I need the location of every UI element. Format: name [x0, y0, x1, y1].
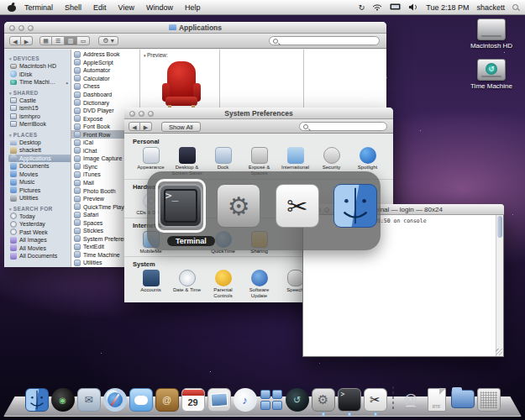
menu-user[interactable]: shackett	[476, 3, 505, 12]
back-button[interactable]: ◀	[9, 36, 21, 45]
pref-pane[interactable]: Parental Controls	[205, 270, 241, 299]
sidebar-item[interactable]: Applications▴	[8, 155, 71, 163]
scrollbar-thumb[interactable]	[497, 216, 502, 238]
column-view-button[interactable]: ▥	[65, 36, 77, 45]
sidebar-item[interactable]: Desktop▴	[8, 139, 71, 147]
display-icon	[10, 121, 17, 127]
volume-icon[interactable]	[408, 3, 418, 11]
switcher-app-grab[interactable]: ✂	[272, 179, 322, 233]
menu-item[interactable]: Window	[146, 3, 173, 12]
sidebar-item[interactable]: iDisk▴	[8, 71, 71, 79]
list-item[interactable]: Address Book	[71, 50, 139, 59]
dock-safari-icon[interactable]	[103, 388, 127, 412]
application-icon	[74, 196, 81, 202]
sidebar-item[interactable]: Today▴	[8, 213, 71, 221]
zoom-button[interactable]	[148, 111, 154, 117]
dock-time-machine-icon[interactable]: ↺	[286, 388, 309, 412]
sidebar-item[interactable]: ismh15▴	[8, 104, 71, 113]
sidebar-item[interactable]: ismhpro▴	[8, 113, 71, 121]
list-item[interactable]: Chess	[71, 82, 139, 91]
dock-trash-icon[interactable]	[477, 388, 501, 412]
appfolder-icon	[10, 155, 17, 161]
dock-ical-icon[interactable]: 29	[181, 388, 205, 412]
airport-icon[interactable]	[372, 3, 382, 11]
sidebar-item[interactable]: Documents▴	[8, 162, 71, 171]
dock-finder-icon[interactable]	[25, 388, 49, 412]
menu-clock[interactable]: Tue 2:18 PM	[426, 3, 469, 12]
dock-dashboard-icon[interactable]: ◉	[51, 388, 75, 412]
menu-item[interactable]: Help	[185, 3, 201, 12]
sysprefs-title-bar[interactable]: System Preferences	[124, 108, 393, 119]
sidebar-item[interactable]: All Images▴	[8, 236, 71, 244]
minimize-button[interactable]	[18, 25, 24, 31]
sidebar-item[interactable]: Past Week▴	[8, 228, 71, 237]
menu-item[interactable]: Shell	[65, 3, 81, 12]
dock-system-preferences-icon[interactable]: ⚙	[312, 388, 335, 412]
switcher-app-finder[interactable]	[331, 179, 381, 233]
sidebar-item[interactable]: All Movies▴	[8, 244, 71, 253]
dock-preview-icon[interactable]	[207, 388, 231, 412]
sidebar-item[interactable]: Movies▴	[8, 171, 71, 179]
coverflow-view-button[interactable]: ▭	[77, 36, 90, 45]
eject-icon[interactable]: ▴	[66, 80, 71, 85]
menu-item[interactable]: Edit	[93, 3, 107, 12]
list-view-button[interactable]: ☰	[52, 36, 65, 45]
apple-menu-icon[interactable]	[8, 3, 16, 12]
sidebar-item[interactable]: MerriBook▴	[8, 120, 71, 129]
show-all-button[interactable]: Show All	[161, 122, 201, 132]
menu-item[interactable]: View	[118, 3, 134, 12]
forward-button[interactable]: ▶	[21, 36, 33, 45]
pref-pane[interactable]: Date & Time	[169, 270, 205, 299]
close-button[interactable]	[9, 25, 15, 31]
spotlight-menu-icon[interactable]	[512, 4, 518, 10]
finder-title-bar[interactable]: Applications	[4, 22, 386, 34]
sidebar-item[interactable]: shackett▴	[8, 146, 71, 155]
dock-folder-icon[interactable]	[451, 390, 475, 408]
dock-terminal-icon[interactable]: >	[338, 388, 361, 412]
list-item[interactable]: Calculator	[71, 75, 139, 83]
switcher-app-terminal[interactable]	[155, 179, 206, 233]
zoom-button[interactable]	[28, 25, 34, 31]
close-button[interactable]	[129, 111, 135, 117]
security-icon	[323, 147, 340, 164]
resize-grip[interactable]	[496, 349, 502, 355]
pref-pane[interactable]: Software Update	[241, 270, 277, 299]
sidebar-item[interactable]: Utilities▴	[8, 194, 71, 202]
forward-button[interactable]: ▶	[140, 122, 152, 131]
sysprefs-search-field[interactable]	[299, 122, 387, 131]
finder-search-field[interactable]	[269, 36, 380, 45]
list-item[interactable]: Automator	[71, 66, 139, 75]
icon-view-button[interactable]: ▦	[39, 36, 52, 45]
list-item[interactable]: Dashboard	[71, 91, 139, 99]
dock-ichat-icon[interactable]	[129, 388, 153, 412]
sidebar-item[interactable]: All Documents▴	[8, 252, 71, 260]
pref-pane[interactable]: Accounts	[133, 270, 169, 299]
displays-icon[interactable]	[390, 3, 401, 11]
desktop-icon-time-machine[interactable]: Time Machine	[465, 59, 518, 90]
back-button[interactable]: ◀	[129, 122, 140, 131]
menu-item[interactable]: Terminal	[24, 3, 53, 12]
sidebar-item[interactable]: Time Machi…▴	[8, 78, 71, 87]
dock-grab-icon[interactable]: ✂	[364, 388, 387, 412]
switcher-app-system-preferences[interactable]: ⚙	[214, 179, 264, 233]
desktop-icon-macintosh-hd[interactable]: Macintosh HD	[465, 18, 518, 50]
sidebar-item[interactable]: Macintosh HD▴	[8, 62, 71, 71]
action-gear-button[interactable]: ⚙ ▾	[98, 36, 118, 45]
list-item[interactable]: Dictionary	[71, 98, 139, 107]
sync-menu-icon[interactable]: ↻	[359, 3, 365, 12]
dock-spaces-icon[interactable]	[260, 388, 283, 412]
sidebar-item[interactable]: Music▴	[8, 178, 71, 186]
dock-itunes-icon[interactable]: ♪	[234, 388, 257, 412]
sidebar-item[interactable]: Castle▴	[8, 97, 71, 105]
preview-label[interactable]: Preview:	[140, 50, 219, 58]
dock-address-book-icon[interactable]: @	[155, 388, 179, 412]
dock-document-icon[interactable]	[428, 388, 446, 412]
scrollbar[interactable]	[496, 215, 503, 356]
dock-web-link-icon[interactable]: @	[399, 388, 423, 412]
sidebar-item[interactable]: Pictures▴	[8, 186, 71, 195]
application-icon	[74, 203, 81, 210]
minimize-button[interactable]	[139, 111, 144, 117]
sidebar-item[interactable]: Yesterday▴	[8, 220, 71, 228]
dock-mail-icon[interactable]: ✉	[77, 388, 101, 412]
list-item[interactable]: AppleScript	[71, 59, 139, 67]
